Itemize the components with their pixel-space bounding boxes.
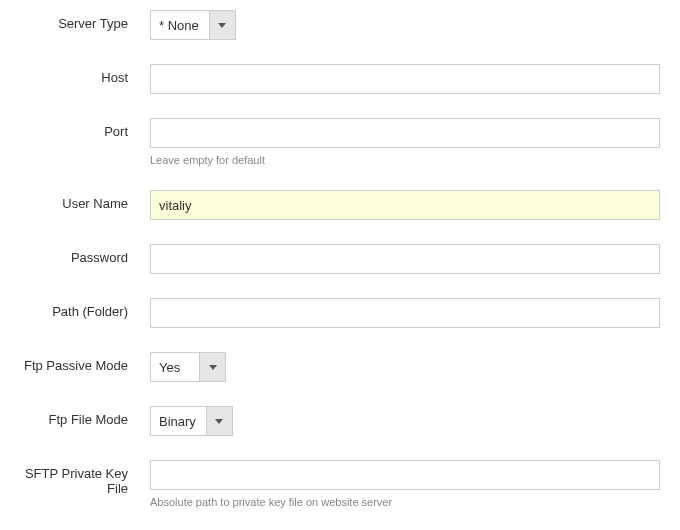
password-label: Password (20, 244, 150, 265)
host-input[interactable] (150, 64, 660, 94)
ftp-file-mode-value: Binary (151, 407, 206, 435)
ftp-passive-mode-value: Yes (151, 353, 199, 381)
path-label: Path (Folder) (20, 298, 150, 319)
ftp-file-mode-label: Ftp File Mode (20, 406, 150, 427)
server-type-select[interactable]: * None (150, 10, 236, 40)
chevron-down-icon (199, 353, 225, 381)
host-label: Host (20, 64, 150, 85)
sftp-private-key-label: SFTP Private Key File (20, 460, 150, 496)
ftp-passive-mode-select[interactable]: Yes (150, 352, 226, 382)
sftp-private-key-help-text: Absolute path to private key file on web… (150, 496, 660, 508)
chevron-down-icon (206, 407, 232, 435)
user-name-label: User Name (20, 190, 150, 211)
password-input[interactable] (150, 244, 660, 274)
port-input[interactable] (150, 118, 660, 148)
path-input[interactable] (150, 298, 660, 328)
ftp-file-mode-select[interactable]: Binary (150, 406, 233, 436)
ftp-passive-mode-label: Ftp Passive Mode (20, 352, 150, 373)
port-label: Port (20, 118, 150, 139)
port-help-text: Leave empty for default (150, 154, 660, 166)
chevron-down-icon (209, 11, 235, 39)
server-type-label: Server Type (20, 10, 150, 31)
server-type-value: * None (151, 11, 209, 39)
sftp-private-key-input[interactable] (150, 460, 660, 490)
user-name-input[interactable] (150, 190, 660, 220)
